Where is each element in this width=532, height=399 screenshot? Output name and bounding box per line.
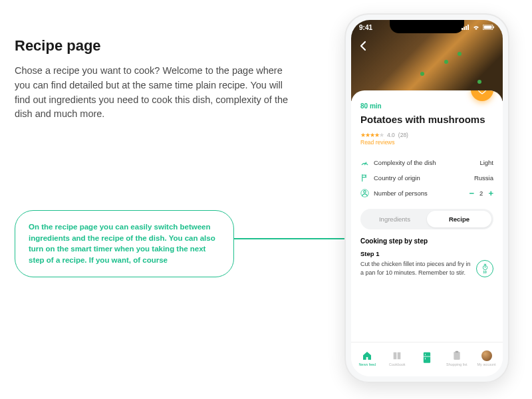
page-description: Chose a recipe you want to cook? Welcome… [15, 64, 301, 122]
nav-label: News feed [358, 362, 376, 366]
timer-button[interactable]: 10 [476, 260, 493, 277]
feature-callout: On the recipe page you can easily switch… [15, 210, 234, 277]
complexity-value: Light [479, 159, 493, 166]
person-icon [360, 189, 369, 198]
step-1-label: Step 1 [360, 250, 493, 257]
favorite-button[interactable] [471, 90, 493, 101]
clipboard-icon [452, 350, 462, 361]
home-icon [362, 350, 372, 361]
meta-complexity: Complexity of the dish Light [360, 155, 493, 170]
recipe-card: 80 min Potatoes with mushrooms ★★★★★ 4.0… [351, 90, 503, 342]
timer-minutes: 10 [483, 271, 487, 274]
svg-rect-6 [493, 27, 495, 29]
back-button[interactable] [358, 40, 370, 55]
tab-ingredients[interactable]: Ingredients [362, 211, 427, 227]
read-reviews-link[interactable]: Read reviews [360, 139, 493, 146]
persons-value: 2 [479, 190, 483, 197]
wifi-icon [472, 24, 480, 31]
complexity-label: Complexity of the dish [374, 159, 436, 166]
recipe-tabs: Ingredients Recipe [360, 209, 493, 229]
persons-stepper: − 2 + [469, 189, 493, 198]
fridge-icon [422, 352, 432, 363]
meta-country: Country of origin Russia [360, 170, 493, 186]
svg-rect-0 [462, 28, 463, 30]
star-icon: ★★★★★ [360, 132, 384, 138]
svg-rect-18 [454, 352, 460, 360]
battery-icon [483, 24, 495, 31]
flag-icon [360, 174, 369, 182]
meta-persons: Number of persons − 2 + [360, 186, 493, 201]
country-value: Russia [474, 174, 493, 182]
country-label: Country of origin [374, 174, 420, 182]
nav-shopping-list[interactable]: Shopping list [443, 350, 471, 366]
nav-label: Cookbook [389, 362, 406, 366]
phone-frame: 9:41 8 [344, 13, 509, 383]
step-1-text: Cut the chicken fillet into pieces and f… [360, 260, 471, 277]
svg-rect-19 [456, 350, 458, 352]
svg-rect-1 [464, 27, 465, 31]
rating-row: ★★★★★ 4.0 (28) [360, 132, 493, 138]
status-time: 9:41 [359, 24, 372, 31]
svg-rect-14 [424, 352, 430, 362]
callout-text: On the recipe page you can easily switch… [29, 221, 220, 266]
rating-count: (28) [398, 132, 408, 138]
book-icon [392, 350, 402, 361]
nav-cookbook[interactable]: Cookbook [383, 350, 411, 366]
phone-screen: 9:41 8 [351, 20, 503, 376]
nav-my-account[interactable]: My account [473, 350, 501, 366]
status-bar: 9:41 [359, 24, 495, 31]
steps-heading: Cooking step by step [360, 237, 493, 245]
nav-news-feed[interactable]: News feed [353, 350, 381, 366]
callout-connector [234, 238, 350, 239]
svg-point-8 [364, 190, 366, 192]
page-title: Recipe page [15, 37, 301, 55]
rating-value: 4.0 [387, 132, 395, 138]
svg-rect-2 [466, 26, 467, 30]
svg-rect-3 [467, 25, 469, 30]
recipe-title: Potatoes with mushrooms [360, 114, 493, 126]
heart-icon [477, 90, 487, 95]
bottom-nav: News feed Cookbook Shopping list [351, 342, 503, 376]
decrease-button[interactable]: − [469, 189, 475, 198]
increase-button[interactable]: + [488, 189, 493, 198]
nav-add[interactable] [413, 352, 441, 364]
avatar-icon [481, 350, 492, 361]
tab-recipe[interactable]: Recipe [427, 211, 491, 227]
nav-label: Shopping list [446, 362, 467, 366]
svg-rect-5 [484, 26, 492, 29]
gauge-icon [360, 158, 369, 167]
persons-label: Number of persons [374, 190, 428, 197]
nav-label: My account [477, 362, 496, 366]
signal-icon [462, 24, 469, 31]
cook-time: 80 min [360, 102, 493, 110]
